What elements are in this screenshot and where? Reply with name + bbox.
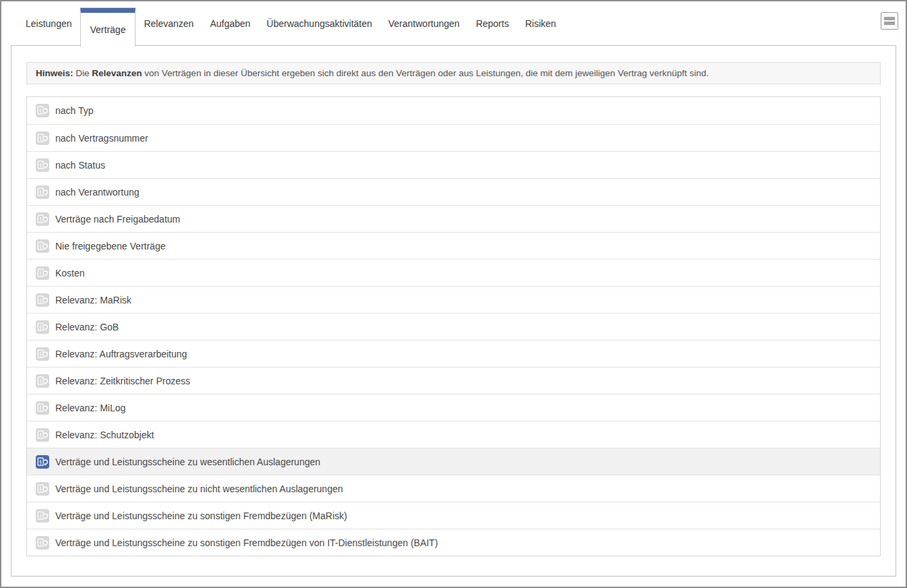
contract-report-icon: § <box>36 239 49 253</box>
contract-report-icon: § <box>36 509 49 523</box>
svg-text:§: § <box>39 189 42 195</box>
list-toggle-icon <box>884 17 895 20</box>
svg-text:§: § <box>39 135 42 141</box>
report-list-item[interactable]: § Nie freigegebene Verträge <box>27 232 880 259</box>
report-label: Relevanz: Zeitkritischer Prozess <box>55 376 190 386</box>
report-list-item[interactable]: § Verträge und Leistungsscheine zu nicht… <box>27 475 880 502</box>
svg-text:§: § <box>39 432 42 438</box>
hint-box: Hinweis: Die Relevanzen von Verträgen in… <box>26 62 881 84</box>
svg-text:§: § <box>39 486 42 492</box>
svg-text:§: § <box>39 459 42 465</box>
tab-verantwortungen[interactable]: Verantwortungen <box>380 1 468 46</box>
tab-risiken[interactable]: Risiken <box>517 1 564 46</box>
contract-report-icon: § <box>36 158 49 172</box>
contract-report-icon: § <box>36 131 49 145</box>
contract-report-icon: § <box>36 320 49 334</box>
report-label: Verträge und Leistungsscheine zu wesentl… <box>55 457 320 467</box>
report-list-item[interactable]: § Relevanz: MiLog <box>27 394 880 421</box>
report-list-item[interactable]: § nach Typ <box>27 97 880 124</box>
hint-text: Relevanzen <box>92 68 142 78</box>
report-list-item[interactable]: § nach Vertragsnummer <box>27 124 880 151</box>
tab-leistungen[interactable]: Leistungen <box>18 1 80 46</box>
tab-label: Risiken <box>525 18 556 29</box>
hint-text: von Verträgen in dieser Übersicht ergebe… <box>142 68 709 78</box>
svg-text:§: § <box>39 162 42 168</box>
contract-report-icon: § <box>36 455 49 469</box>
tab-überwachungsaktivitäten[interactable]: Überwachungsaktivitäten <box>258 1 380 46</box>
svg-text:§: § <box>39 539 42 546</box>
report-label: Verträge und Leistungsscheine zu sonstig… <box>55 537 438 548</box>
svg-text:§: § <box>39 243 42 249</box>
svg-text:§: § <box>39 378 42 384</box>
report-list-item[interactable]: § Relevanz: Zeitkritischer Prozess <box>27 367 880 394</box>
report-label: Verträge und Leistungsscheine zu nicht w… <box>55 483 343 494</box>
report-list-item[interactable]: § Relevanz: GoB <box>27 313 880 340</box>
contract-report-icon: § <box>36 401 49 415</box>
contract-report-icon: § <box>36 266 49 280</box>
svg-text:§: § <box>39 324 42 330</box>
content-panel: Hinweis: Die Relevanzen von Verträgen in… <box>11 45 896 577</box>
report-label: nach Typ <box>55 105 94 116</box>
report-label: Kosten <box>55 268 85 278</box>
contract-report-icon: § <box>36 185 49 199</box>
report-label: Relevanz: GoB <box>55 322 119 332</box>
contract-reports-page: LeistungenVerträgeRelevanzenAufgabenÜber… <box>0 0 907 588</box>
report-list-item[interactable]: § nach Verantwortung <box>27 178 880 205</box>
hint-text: Die <box>74 68 92 78</box>
tab-aufgaben[interactable]: Aufgaben <box>202 1 258 46</box>
contract-report-icon: § <box>36 482 49 496</box>
report-label: Nie freigegebene Verträge <box>55 241 165 252</box>
svg-text:§: § <box>39 108 42 114</box>
svg-text:§: § <box>39 512 42 519</box>
report-list-item[interactable]: § Relevanz: MaRisk <box>27 286 880 313</box>
report-list-item[interactable]: § Verträge und Leistungsscheine zu wesen… <box>27 448 880 475</box>
report-label: Verträge und Leistungsscheine zu sonstig… <box>55 510 347 521</box>
list-toggle-icon <box>884 22 895 25</box>
contract-report-icon: § <box>36 293 49 307</box>
tab-label: Relevanzen <box>144 18 194 29</box>
tab-strip: LeistungenVerträgeRelevanzenAufgabenÜber… <box>18 1 564 46</box>
svg-text:§: § <box>39 351 42 357</box>
svg-text:§: § <box>39 216 42 222</box>
report-label: Verträge nach Freigabedatum <box>55 214 180 225</box>
report-list-item[interactable]: § nach Status <box>27 151 880 178</box>
tab-reports[interactable]: Reports <box>468 1 517 46</box>
report-list-item[interactable]: § Verträge nach Freigabedatum <box>27 205 880 232</box>
report-label: nach Status <box>55 160 105 171</box>
report-list-item[interactable]: § Relevanz: Schutzobjekt <box>27 421 880 448</box>
report-label: Relevanz: MaRisk <box>55 295 131 305</box>
tab-label: Aufgaben <box>210 18 250 29</box>
hint-text: Hinweis: <box>36 68 74 78</box>
report-list-item[interactable]: § Relevanz: Auftragsverarbeitung <box>27 340 880 367</box>
contract-report-icon: § <box>36 428 49 442</box>
report-label: Relevanz: Auftragsverarbeitung <box>55 349 187 359</box>
svg-text:§: § <box>39 297 42 303</box>
report-list: § nach Typ § nach Vertragsnummer § <box>26 96 881 556</box>
contract-report-icon: § <box>36 347 49 361</box>
report-label: Relevanz: MiLog <box>55 403 125 413</box>
tab-bar: LeistungenVerträgeRelevanzenAufgabenÜber… <box>11 1 896 46</box>
contract-report-icon: § <box>36 536 49 550</box>
tab-label: Reports <box>476 18 509 29</box>
contract-report-icon: § <box>36 104 49 117</box>
report-list-item[interactable]: § Kosten <box>27 259 880 286</box>
tab-label: Leistungen <box>26 18 72 29</box>
tab-label: Überwachungsaktivitäten <box>266 18 372 29</box>
tab-relevanzen[interactable]: Relevanzen <box>136 1 202 46</box>
tab-label: Verträge <box>90 24 126 35</box>
contract-report-icon: § <box>36 374 49 388</box>
contract-report-icon: § <box>36 212 49 226</box>
svg-text:§: § <box>39 405 42 411</box>
report-label: nach Vertragsnummer <box>55 133 148 144</box>
tab-label: Verantwortungen <box>388 18 460 29</box>
list-toggle-button[interactable] <box>881 12 898 30</box>
report-label: Relevanz: Schutzobjekt <box>55 430 154 440</box>
report-list-item[interactable]: § Verträge und Leistungsscheine zu sonst… <box>27 502 880 529</box>
report-label: nach Verantwortung <box>55 187 140 198</box>
svg-text:§: § <box>39 270 42 276</box>
tab-verträge[interactable]: Verträge <box>80 8 136 47</box>
report-list-item[interactable]: § Verträge und Leistungsscheine zu sonst… <box>27 529 880 556</box>
